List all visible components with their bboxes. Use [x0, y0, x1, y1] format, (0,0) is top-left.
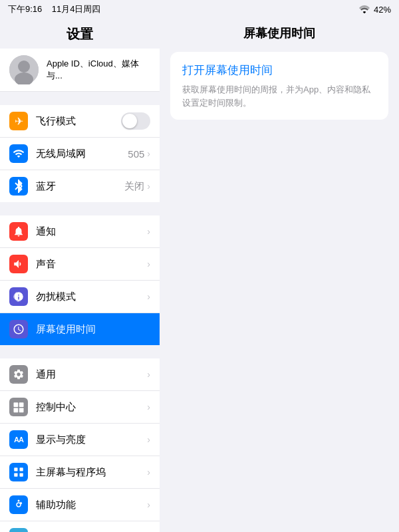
bluetooth-value: 关闭 [124, 180, 144, 193]
battery-text: 42% [374, 5, 391, 15]
wifi-label: 无线局域网 [36, 148, 128, 160]
controlcenter-chevron: › [147, 402, 150, 412]
general-label: 通用 [36, 368, 147, 381]
sidebar-item-accessibility[interactable]: 辅助功能 › [0, 489, 160, 521]
notification-label: 通知 [36, 225, 147, 238]
sound-label: 声音 [36, 258, 147, 271]
status-bar: 下午9:16 11月4日周四 42% [0, 0, 399, 19]
sidebar: 设置 Apple ID、iCloud、媒体与... ✈ 飞行模式 [0, 19, 160, 532]
accessibility-label: 辅助功能 [36, 499, 147, 511]
sidebar-item-bluetooth[interactable]: 蓝牙 关闭 › [0, 170, 160, 202]
display-icon: AA [9, 430, 28, 449]
bluetooth-icon [9, 177, 28, 196]
sidebar-item-donotdisturb[interactable]: 勿扰模式 › [0, 281, 160, 313]
wifi-icon [359, 5, 370, 13]
wifi-value: 505 [128, 148, 144, 160]
wifi-icon [9, 144, 28, 163]
svg-rect-6 [14, 402, 19, 407]
donotdisturb-icon [9, 287, 28, 306]
status-right: 42% [359, 5, 391, 15]
airplane-toggle[interactable] [121, 112, 150, 130]
sidebar-item-controlcenter[interactable]: 控制中心 › [0, 391, 160, 424]
svg-point-1 [18, 61, 30, 72]
donotdisturb-label: 勿扰模式 [36, 291, 147, 303]
avatar [9, 55, 39, 84]
wifi-chevron: › [147, 148, 150, 159]
sidebar-item-wallpaper[interactable]: 墙纸 › [0, 521, 160, 532]
sidebar-title: 设置 [0, 19, 160, 49]
settings-group-more: 通用 › 控制中心 › AA 显示与亮度 [0, 358, 160, 532]
svg-rect-9 [19, 408, 24, 413]
notification-chevron: › [147, 226, 150, 237]
dnd-chevron: › [147, 291, 150, 302]
sound-chevron: › [147, 259, 150, 269]
settings-group-system: 通知 › 声音 › [0, 215, 160, 345]
profile-item[interactable]: Apple ID、iCloud、媒体与... [0, 49, 160, 92]
svg-rect-7 [19, 402, 24, 407]
display-label: 显示与亮度 [36, 434, 147, 446]
settings-group-connectivity: ✈ 飞行模式 无线局域网 505 › [0, 105, 160, 202]
action-card: 打开屏幕使用时间 获取屏幕使用时间的周报，并为App、内容和隐私设置定时间限制。 [170, 52, 388, 120]
accessibility-icon [9, 495, 28, 514]
display-chevron: › [147, 434, 150, 445]
airplane-icon: ✈ [9, 112, 28, 130]
main-layout: 设置 Apple ID、iCloud、媒体与... ✈ 飞行模式 [0, 19, 399, 532]
homescreen-chevron: › [147, 467, 150, 477]
svg-rect-11 [20, 467, 23, 471]
right-panel: 屏幕使用时间 打开屏幕使用时间 获取屏幕使用时间的周报，并为App、内容和隐私设… [160, 19, 399, 532]
sound-icon [9, 255, 28, 273]
notification-icon [9, 222, 28, 241]
sidebar-item-homescreen[interactable]: 主屏幕与程序坞 › [0, 456, 160, 489]
right-content: 打开屏幕使用时间 获取屏幕使用时间的周报，并为App、内容和隐私设置定时间限制。 [160, 47, 399, 532]
svg-rect-12 [14, 473, 17, 477]
general-chevron: › [147, 369, 150, 380]
sidebar-item-airplane[interactable]: ✈ 飞行模式 [0, 105, 160, 138]
bluetooth-chevron: › [147, 181, 150, 192]
sidebar-item-display[interactable]: AA 显示与亮度 › [0, 424, 160, 456]
bluetooth-label: 蓝牙 [36, 180, 124, 193]
airplane-label: 飞行模式 [36, 115, 121, 128]
homescreen-label: 主屏幕与程序坞 [36, 466, 147, 479]
sidebar-item-notification[interactable]: 通知 › [0, 215, 160, 248]
homescreen-icon [9, 463, 28, 481]
wallpaper-icon [9, 528, 28, 532]
action-link[interactable]: 打开屏幕使用时间 [182, 63, 376, 78]
svg-rect-8 [14, 408, 19, 413]
accessibility-chevron: › [147, 499, 150, 510]
sidebar-item-general[interactable]: 通用 › [0, 358, 160, 391]
action-desc: 获取屏幕使用时间的周报，并为App、内容和隐私设置定时间限制。 [182, 84, 370, 108]
sidebar-item-wifi[interactable]: 无线局域网 505 › [0, 138, 160, 170]
svg-point-14 [18, 500, 20, 502]
svg-rect-10 [14, 467, 17, 471]
general-icon [9, 365, 28, 384]
status-time: 下午9:16 11月4日周四 [8, 3, 100, 15]
right-panel-title: 屏幕使用时间 [160, 19, 399, 47]
sidebar-item-sound[interactable]: 声音 › [0, 248, 160, 281]
screentime-icon [9, 320, 28, 338]
controlcenter-label: 控制中心 [36, 401, 147, 414]
controlcenter-icon [9, 398, 28, 416]
svg-rect-13 [20, 473, 23, 477]
screentime-label: 屏幕使用时间 [36, 323, 150, 336]
profile-text: Apple ID、iCloud、媒体与... [47, 58, 150, 82]
sidebar-item-screentime[interactable]: 屏幕使用时间 [0, 313, 160, 345]
